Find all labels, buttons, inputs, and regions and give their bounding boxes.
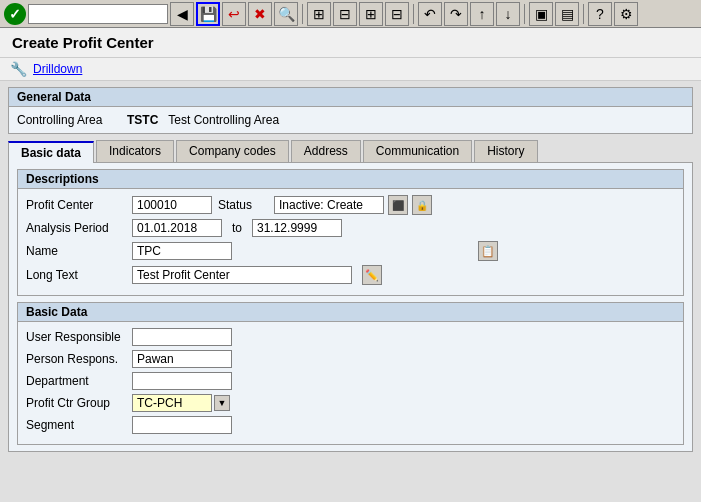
nav-back-btn[interactable]: ◀ (170, 2, 194, 26)
tab-address[interactable]: Address (291, 140, 361, 162)
to-text: to (232, 221, 242, 235)
settings-icon: 🔧 (10, 61, 27, 77)
department-row: Department (26, 372, 675, 390)
btn3[interactable]: ⊞ (359, 2, 383, 26)
copy-icon-btn[interactable]: 📋 (478, 241, 498, 261)
profit-center-label: Profit Center (26, 198, 126, 212)
analysis-period-row: Analysis Period to (26, 219, 675, 237)
toolbar: ✓ ◀ 💾 ↩ ✖ 🔍 ⊞ ⊟ ⊞ ⊟ ↶ ↷ ↑ ↓ ▣ ▤ ? ⚙ (0, 0, 701, 28)
page-title: Create Profit Center (0, 28, 701, 58)
tab-communication[interactable]: Communication (363, 140, 472, 162)
btn10[interactable]: ▤ (555, 2, 579, 26)
tabs-container: Basic data Indicators Company codes Addr… (8, 140, 693, 162)
analysis-period-label: Analysis Period (26, 221, 126, 235)
profit-ctr-group-label: Profit Ctr Group (26, 396, 126, 410)
basic-data-section: Basic Data User Responsible Person Respo… (17, 302, 684, 445)
descriptions-content: Profit Center Status ⬛ 🔒 Analysis Period… (18, 189, 683, 295)
user-responsible-label: User Responsible (26, 330, 126, 344)
segment-row: Segment (26, 416, 675, 434)
btn8[interactable]: ↓ (496, 2, 520, 26)
name-row: Name 📋 (26, 241, 675, 261)
status-label: Status (218, 198, 268, 212)
long-text-input[interactable] (132, 266, 352, 284)
save-btn[interactable]: 💾 (196, 2, 220, 26)
person-respons-label: Person Respons. (26, 352, 126, 366)
segment-input[interactable] (132, 416, 232, 434)
analysis-period-to[interactable] (252, 219, 342, 237)
profit-center-row: Profit Center Status ⬛ 🔒 (26, 195, 675, 215)
name-label: Name (26, 244, 126, 258)
controlling-area-desc: Test Controlling Area (168, 113, 279, 127)
profit-ctr-group-select-btn[interactable]: ▼ (214, 395, 230, 411)
checkmark-icon: ✓ (9, 6, 21, 22)
search-btn[interactable]: 🔍 (274, 2, 298, 26)
segment-label: Segment (26, 418, 126, 432)
user-responsible-row: User Responsible (26, 328, 675, 346)
analysis-period-from[interactable] (132, 219, 222, 237)
status-icon-btn2[interactable]: 🔒 (412, 195, 432, 215)
drilldown-bar: 🔧 Drilldown (0, 58, 701, 81)
department-input[interactable] (132, 372, 232, 390)
btn4[interactable]: ⊟ (385, 2, 409, 26)
drilldown-link[interactable]: Drilldown (33, 62, 82, 76)
basic-data-title: Basic Data (18, 303, 683, 322)
tab-indicators[interactable]: Indicators (96, 140, 174, 162)
person-respons-input[interactable] (132, 350, 232, 368)
controlling-area-row: Controlling Area TSTC Test Controlling A… (17, 113, 684, 127)
config-btn[interactable]: ⚙ (614, 2, 638, 26)
general-data-content: Controlling Area TSTC Test Controlling A… (9, 107, 692, 133)
general-data-section: General Data Controlling Area TSTC Test … (8, 87, 693, 134)
status-box: ⬛ 🔒 (274, 195, 432, 215)
btn5[interactable]: ↶ (418, 2, 442, 26)
user-responsible-input[interactable] (132, 328, 232, 346)
edit-icon-btn[interactable]: ✏️ (362, 265, 382, 285)
person-respons-row: Person Respons. (26, 350, 675, 368)
separator-4 (583, 4, 584, 24)
btn1[interactable]: ⊞ (307, 2, 331, 26)
btn9[interactable]: ▣ (529, 2, 553, 26)
btn2[interactable]: ⊟ (333, 2, 357, 26)
descriptions-title: Descriptions (18, 170, 683, 189)
profit-ctr-group-field: ▼ (132, 394, 230, 412)
descriptions-section: Descriptions Profit Center Status ⬛ 🔒 An… (17, 169, 684, 296)
btn6[interactable]: ↷ (444, 2, 468, 26)
basic-data-content: User Responsible Person Respons. Departm… (18, 322, 683, 444)
separator-2 (413, 4, 414, 24)
profit-center-input[interactable] (132, 196, 212, 214)
tab-basic-data[interactable]: Basic data (8, 141, 94, 163)
separator-1 (302, 4, 303, 24)
status-icon-btn1[interactable]: ⬛ (388, 195, 408, 215)
profit-ctr-group-input[interactable] (132, 394, 212, 412)
department-label: Department (26, 374, 126, 388)
tab-history[interactable]: History (474, 140, 537, 162)
profit-ctr-group-row: Profit Ctr Group ▼ (26, 394, 675, 412)
btn7[interactable]: ↑ (470, 2, 494, 26)
main-content: Descriptions Profit Center Status ⬛ 🔒 An… (8, 162, 693, 452)
command-input[interactable] (28, 4, 168, 24)
separator-3 (524, 4, 525, 24)
long-text-row: Long Text ✏️ (26, 265, 675, 285)
help-btn[interactable]: ? (588, 2, 612, 26)
status-input[interactable] (274, 196, 384, 214)
general-data-title: General Data (9, 88, 692, 107)
controlling-area-label: Controlling Area (17, 113, 117, 127)
status-icon: ✓ (4, 3, 26, 25)
long-text-label: Long Text (26, 268, 126, 282)
name-input[interactable] (132, 242, 232, 260)
tab-company-codes[interactable]: Company codes (176, 140, 289, 162)
stop-btn[interactable]: ✖ (248, 2, 272, 26)
controlling-area-value: TSTC (127, 113, 158, 127)
undo-btn[interactable]: ↩ (222, 2, 246, 26)
